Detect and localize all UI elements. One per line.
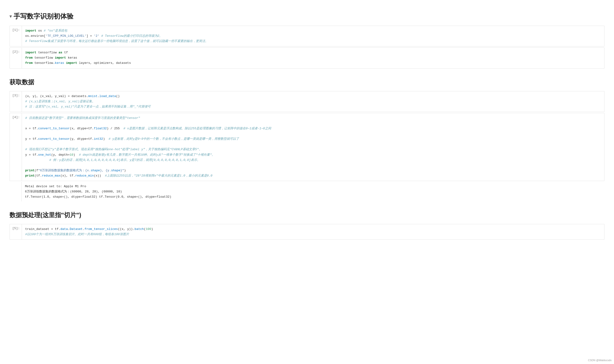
cell-1-label: [1]: bbox=[10, 26, 22, 46]
cell-4[interactable]: [4]: # 目前数据还是"数字类型"，需要将数据转换成深度学习里面的变量类型"… bbox=[10, 113, 604, 181]
cell-1-content[interactable]: import os # "os"是系统包 os.environ['TF_CPP_… bbox=[22, 26, 604, 46]
cell-4-output: Metal device set to: Apple M1 Pro 6万张训练数… bbox=[22, 182, 604, 201]
main-heading: ▾ 手写数字识别初体验 bbox=[10, 12, 604, 21]
cell-4-output-block: Metal device set to: Apple M1 Pro 6万张训练数… bbox=[21, 182, 604, 201]
collapse-arrow[interactable]: ▾ bbox=[10, 14, 12, 19]
cell-3-content[interactable]: (x, y), (x_val, y_val) = datasets.mnist.… bbox=[22, 91, 604, 112]
notebook-container: ▾ 手写数字识别初体验 [1]: import os # "os"是系统包 os… bbox=[0, 0, 614, 250]
main-heading-text: 手写数字识别初体验 bbox=[14, 12, 73, 21]
cell-2-content[interactable]: import tensorflow as tf from tensorflow … bbox=[22, 48, 604, 68]
cell-4-content[interactable]: # 目前数据还是"数字类型"，需要将数据转换成深度学习里面的变量类型"tenso… bbox=[22, 113, 604, 181]
section-heading-3: 数据预处理(这里指"切片") bbox=[10, 211, 604, 219]
cell-3-label: [3]: bbox=[10, 91, 22, 112]
cell-5-content[interactable]: train_dataset = tf.data.Dataset.from_ten… bbox=[22, 224, 604, 239]
cell-1[interactable]: [1]: import os # "os"是系统包 os.environ['TF… bbox=[10, 26, 604, 47]
cell-5-label: [5]: bbox=[10, 224, 22, 239]
cell-4-label: [4]: bbox=[10, 113, 22, 181]
cell-5[interactable]: [5]: train_dataset = tf.data.Dataset.fro… bbox=[10, 224, 604, 240]
cell-3[interactable]: [3]: (x, y), (x_val, y_val) = datasets.m… bbox=[10, 91, 604, 112]
section-heading-2-text: 获取数据 bbox=[10, 78, 34, 86]
section-heading-2: 获取数据 bbox=[10, 78, 604, 86]
cell-2[interactable]: [2]: import tensorflow as tf from tensor… bbox=[10, 47, 604, 68]
section-heading-3-text: 数据预处理(这里指"切片") bbox=[10, 211, 81, 219]
cell-2-label: [2]: bbox=[10, 48, 22, 68]
